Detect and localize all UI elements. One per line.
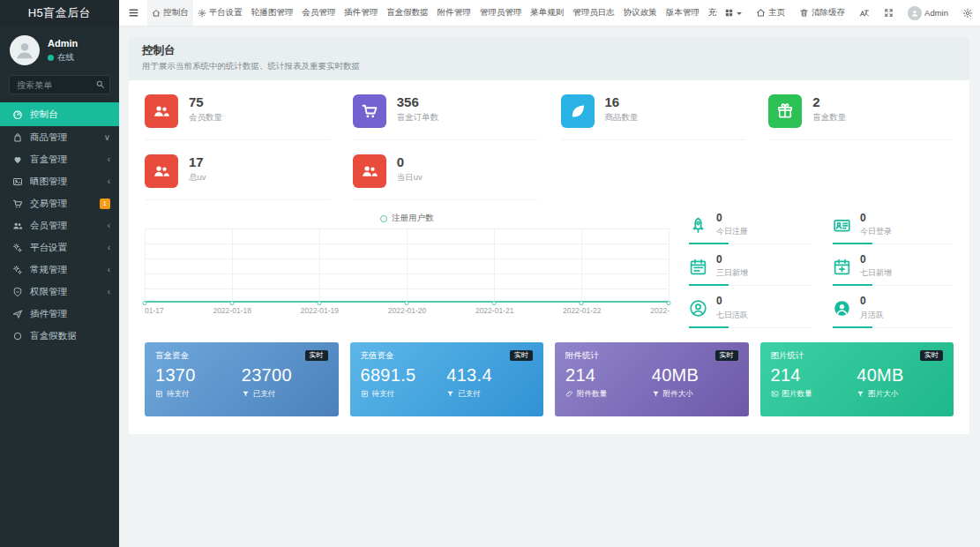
mini-stat-value: 0 (860, 254, 892, 266)
gift-icon (776, 102, 794, 120)
main-area: 控制台 平台设置 轮播图管理 会员管理 (119, 0, 980, 547)
cart-icon (12, 199, 23, 209)
stat-card: 17 总uv (145, 154, 330, 200)
sidebar-menu-item[interactable]: 商品管理 ∨ (0, 126, 119, 148)
chart-legend[interactable]: 注册用户数 (145, 213, 670, 224)
mini-stat-label: 今日注册 (716, 226, 748, 237)
mini-stat-label: 月活跃 (860, 310, 884, 321)
nav-tab[interactable]: 会员管理 (297, 0, 340, 26)
nav-tab[interactable]: 管理员日志 (568, 0, 619, 26)
nav-tab[interactable]: 轮播图管理 (247, 0, 298, 26)
navbar-user-menu[interactable]: Admin (901, 0, 955, 26)
fund-card-header: 盲盒资金 实时 (155, 350, 328, 362)
nav-tab[interactable]: 充值选项 (704, 0, 717, 26)
grid-menu-button[interactable] (717, 0, 749, 26)
language-button[interactable] (852, 0, 877, 26)
stat-label: 盲盒数量 (812, 112, 846, 124)
user-status: 在线 (48, 52, 78, 64)
hamburger-icon[interactable] (119, 0, 147, 26)
chevron-icon: ‹ (108, 287, 110, 296)
search-icon (95, 79, 105, 89)
filter-icon (857, 390, 864, 398)
fullscreen-button[interactable] (877, 0, 901, 26)
chevron-icon: ‹ (108, 243, 110, 252)
sidebar-menu-item[interactable]: 平台设置 ‹ (0, 236, 119, 259)
permission-icon (12, 287, 23, 297)
nav-tab[interactable]: 管理员管理 (475, 0, 527, 26)
page-subtitle: 用于展示当前系统中的统计数据、统计报表及重要实时数据 (142, 61, 956, 72)
stat-value: 75 (189, 94, 222, 109)
stat-card: 0 当日uv (353, 154, 538, 200)
x-axis-tick: 2022-01-23 (650, 306, 670, 315)
fund-left-label: 待支付 (361, 389, 447, 400)
gears-icon (12, 243, 23, 253)
fund-left-value: 214 (771, 365, 857, 386)
clear-cache-label: 清除缓存 (812, 7, 845, 19)
stat-value: 2 (812, 94, 846, 109)
fund-card-values: 1370 待支付 23700 (155, 365, 328, 400)
menu-item-label: 权限管理 (30, 286, 108, 298)
settings-gear-button[interactable] (955, 0, 980, 26)
nav-tab-label: 插件管理 (344, 7, 378, 19)
calendar-plus-icon (833, 258, 851, 276)
nav-tab-label: 充值选项 (708, 7, 717, 19)
nav-tab[interactable]: 附件管理 (433, 0, 475, 26)
stat-card-icon-box (561, 94, 595, 128)
x-axis-tick: 2022-01-22 (563, 306, 601, 315)
nav-tab[interactable]: 平台设置 (193, 0, 247, 26)
calendar-icon (689, 258, 707, 276)
menu-item-label: 平台设置 (30, 242, 108, 254)
sidebar-menu-item[interactable]: 晒图管理 ‹ (0, 170, 119, 192)
x-axis-tick: 2022-01-21 (475, 306, 513, 315)
x-axis-tick: 2022-01-20 (388, 306, 426, 315)
sidebar-menu-item[interactable]: 盲盒假数据 (0, 325, 119, 347)
fund-right-value: 23700 (242, 365, 328, 386)
nav-tab[interactable]: 盲盒假数据 (382, 0, 433, 26)
sidebar-menu-item[interactable]: 插件管理 (0, 303, 119, 325)
sidebar-menu: 控制台 商品管理 ∨ 盲盒管理 ‹ (0, 102, 119, 547)
blindbox-icon (12, 154, 23, 165)
trash-icon (799, 8, 809, 18)
sidebar-menu-item[interactable]: 权限管理 ‹ (0, 281, 119, 303)
legend-label: 注册用户数 (392, 213, 434, 224)
clear-cache-button[interactable]: 清除缓存 (792, 0, 852, 26)
nav-tab[interactable]: 菜单规则 (526, 0, 568, 26)
fund-card-header: 充值资金 实时 (361, 350, 534, 362)
image-icon (12, 176, 23, 187)
nav-tab[interactable]: 版本管理 (662, 0, 704, 26)
sidebar-menu-item[interactable]: 常规管理 ‹ (0, 259, 119, 281)
avatar (908, 6, 922, 20)
registered-users-chart: 注册用户数 2022-01-172022-01-182022-01-192022… (145, 213, 670, 328)
mini-stat-label: 七日活跃 (716, 310, 748, 321)
stat-card-icon-box (145, 94, 178, 128)
fund-card: 盲盒资金 实时 1370 待支付 (145, 342, 339, 416)
fund-left-label-text: 待支付 (167, 389, 190, 400)
navbar-right: 主页 清除缓存 Admin (717, 0, 980, 26)
sidebar-menu-item[interactable]: 交易管理 1 (0, 192, 119, 214)
nav-tab[interactable]: 协议政策 (619, 0, 662, 26)
nav-tab[interactable]: 插件管理 (340, 0, 382, 26)
fund-card-header: 附件统计 实时 (565, 350, 738, 362)
sidebar-menu-item[interactable]: 控制台 (0, 102, 119, 126)
fund-card-title: 附件统计 (565, 350, 599, 362)
stat-card: 2 盲盒数量 (768, 94, 954, 140)
nav-tab[interactable]: 控制台 (147, 0, 193, 26)
home-link[interactable]: 主页 (749, 0, 792, 26)
middle-row: 注册用户数 2022-01-172022-01-182022-01-192022… (145, 213, 954, 328)
fund-left-value: 214 (565, 365, 652, 386)
fund-left-label-text: 图片数量 (782, 389, 812, 400)
sidebar-menu-item[interactable]: 盲盒管理 ‹ (0, 148, 119, 170)
fund-right-value: 40MB (652, 365, 738, 386)
sidebar-menu-item[interactable]: 会员管理 ‹ (0, 214, 119, 236)
online-dot (48, 55, 54, 61)
top-navbar: 控制台 平台设置 轮播图管理 会员管理 (119, 0, 980, 26)
stat-card: 75 会员数量 (145, 94, 330, 140)
fund-card: 附件统计 实时 214 附件数量 (555, 342, 749, 416)
fund-left-label: 待支付 (155, 389, 242, 400)
fund-right-label-text: 已支付 (253, 389, 276, 400)
gear-icon (198, 9, 206, 18)
home-icon (756, 8, 766, 18)
nav-tab-label: 管理员管理 (480, 7, 522, 19)
page-title: 控制台 (142, 43, 956, 58)
panel-body: 75 会员数量 356 盲盒订单 (129, 80, 969, 434)
